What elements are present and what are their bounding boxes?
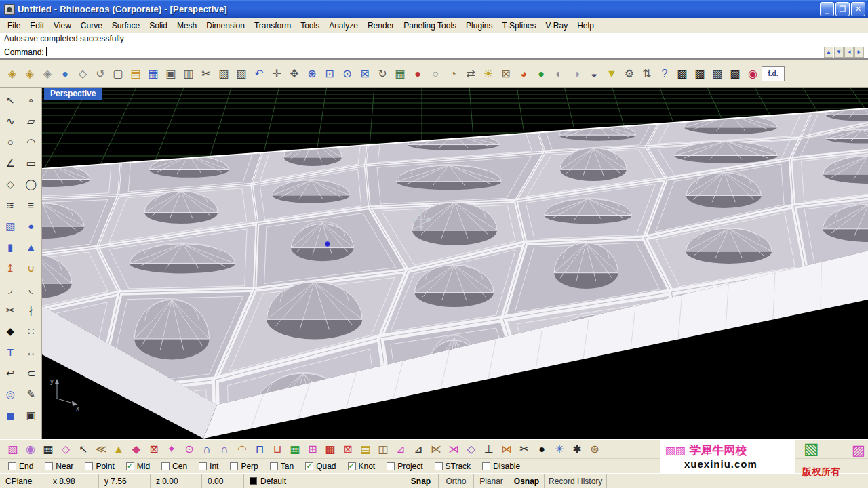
extrude-tool[interactable]: ↥ <box>0 258 21 279</box>
popup-diamond-icon[interactable]: ◇ <box>74 65 92 83</box>
swirl-icon[interactable]: ↺ <box>92 65 109 83</box>
pt-grid-red-icon[interactable]: ▩ <box>321 441 339 458</box>
menu-edit[interactable]: Edit <box>25 19 49 33</box>
checkbox-icon[interactable] <box>8 462 16 470</box>
checkbox-icon[interactable] <box>199 462 207 470</box>
pane-planar[interactable]: Planar <box>474 474 509 488</box>
cylinder-tool[interactable]: ▮ <box>0 237 21 258</box>
pt-channel-icon[interactable]: ⊔ <box>269 441 286 458</box>
osnap-quad[interactable]: Quad <box>305 462 336 471</box>
select-tool[interactable]: ↖ <box>0 89 21 110</box>
checkbox-icon[interactable] <box>126 462 134 470</box>
checkbox-icon[interactable] <box>435 462 443 470</box>
pane-snap[interactable]: Snap <box>403 474 439 488</box>
command-scroll-left[interactable]: ◄ <box>844 47 854 58</box>
paste-button[interactable]: ▨ <box>233 65 250 83</box>
cut-button[interactable]: ✂ <box>197 65 215 83</box>
sphere-tool[interactable]: ● <box>21 216 42 237</box>
rotate-dial-icon[interactable]: ◔ <box>444 65 462 83</box>
pt-red-x-icon[interactable]: ⊠ <box>145 441 163 458</box>
polygon-tool[interactable]: ◇ <box>0 174 21 195</box>
pt-angle-icon[interactable]: ≪ <box>92 441 110 458</box>
export-button[interactable]: ▥ <box>180 65 197 83</box>
menu-plugins[interactable]: Plugins <box>461 19 497 33</box>
undo-button[interactable]: ↶ <box>250 65 268 83</box>
cplane-pane[interactable]: CPlane <box>0 474 47 488</box>
menu-v-ray[interactable]: V-Ray <box>540 19 572 33</box>
checkbox-icon[interactable] <box>161 462 170 470</box>
pane-record-history[interactable]: Record History <box>545 474 607 488</box>
trim-tool[interactable]: ✂ <box>0 300 21 321</box>
panel-layout-tool[interactable]: ▣ <box>21 405 42 426</box>
car-gray-icon[interactable]: ○ <box>427 65 444 83</box>
box-tool[interactable]: ▧ <box>0 216 21 237</box>
checkbox-icon[interactable] <box>348 462 356 470</box>
text-tool[interactable]: T <box>0 342 21 363</box>
viewport-title-tab[interactable]: Perspective <box>44 88 102 100</box>
hook-tool[interactable]: ↩ <box>0 363 21 384</box>
pt-snow-icon[interactable]: ✳ <box>551 441 568 458</box>
polyline-tool[interactable]: ∠ <box>0 152 21 174</box>
pan-view-button[interactable]: ✛ <box>268 65 285 83</box>
dark-panel-3-icon[interactable]: ▩ <box>709 65 726 83</box>
command-line[interactable]: Command: ▲ ▼ ◄ ► <box>0 45 868 60</box>
pane-ortho[interactable]: Ortho <box>439 474 474 488</box>
checkbox-icon[interactable] <box>45 462 53 470</box>
pt-bridge-icon[interactable]: ⊓ <box>251 441 269 458</box>
split-tool[interactable]: ∤ <box>21 300 42 321</box>
popup-main-3-icon[interactable]: ◈ <box>39 65 56 83</box>
gumball-tool[interactable]: ◎ <box>0 384 21 405</box>
help-button[interactable]: ? <box>656 65 673 83</box>
pt-diamond-purple-icon[interactable]: ◇ <box>462 441 480 458</box>
menu-tools[interactable]: Tools <box>296 19 324 33</box>
pt-gear-icon[interactable]: ⊛ <box>586 441 604 458</box>
menu-file[interactable]: File <box>3 19 25 33</box>
open-file-button[interactable]: ▤ <box>127 65 144 83</box>
osnap-perp[interactable]: Perp <box>230 462 258 471</box>
osnap-cen[interactable]: Cen <box>161 462 187 471</box>
ghosted-viewport-button[interactable]: ◑ <box>568 65 585 83</box>
zoom-window-button[interactable]: ⊡ <box>321 65 338 83</box>
pt-sphere-black-icon[interactable]: ● <box>533 441 551 458</box>
pt-cone-icon[interactable]: ▲ <box>110 441 127 458</box>
menu-view[interactable]: View <box>49 19 76 33</box>
pt-diamond-icon[interactable]: ◇ <box>57 441 75 458</box>
ellipse-tool[interactable]: ◯ <box>21 174 42 195</box>
pt-magnet-blue-icon[interactable]: ∩ <box>198 441 216 458</box>
minimize-button[interactable]: _ <box>820 2 834 16</box>
lamp-icon[interactable]: ☀ <box>479 65 497 83</box>
pt-arrow-icon[interactable]: ↖ <box>75 441 92 458</box>
pt-magnet-purple-icon[interactable]: ∩ <box>216 441 233 458</box>
osnap-point[interactable]: Point <box>85 462 114 471</box>
loft-tool[interactable]: ∪ <box>21 258 42 279</box>
zoom-selected-button[interactable]: ⊙ <box>338 65 356 83</box>
pt-anchor-icon[interactable]: ⊥ <box>480 441 498 458</box>
offset-curve-tool[interactable]: ⊂ <box>21 363 42 384</box>
print-button[interactable]: ▣ <box>162 65 180 83</box>
osnap-disable[interactable]: Disable <box>482 462 520 471</box>
fd-logo-icon[interactable]: f.d. <box>762 66 785 81</box>
menu-analyze[interactable]: Analyze <box>324 19 363 33</box>
lock-icon[interactable]: ⊠ <box>497 65 515 83</box>
zoom-in-button[interactable]: ⊕ <box>303 65 321 83</box>
pt-target-icon[interactable]: ⊙ <box>180 441 198 458</box>
perspective-viewport[interactable]: yx Perspective <box>42 88 868 439</box>
menu-paneling-tools[interactable]: Paneling Tools <box>399 19 461 33</box>
popup-main-1-icon[interactable]: ◈ <box>3 65 21 83</box>
checkbox-icon[interactable] <box>230 462 238 470</box>
copy-arrows-icon[interactable]: ⇄ <box>462 65 479 83</box>
osnap-end[interactable]: End <box>8 462 33 471</box>
helix-tool[interactable]: ≋ <box>0 195 21 216</box>
vray-ball-icon[interactable]: ◉ <box>744 65 762 83</box>
menu-render[interactable]: Render <box>363 19 399 33</box>
osnap-project[interactable]: Project <box>387 462 422 471</box>
dark-panel-1-icon[interactable]: ▩ <box>673 65 691 83</box>
checkbox-icon[interactable] <box>85 462 93 470</box>
copy-button[interactable]: ▧ <box>215 65 233 83</box>
pane-osnap[interactable]: Osnap <box>509 474 545 488</box>
checkbox-icon[interactable] <box>270 462 278 470</box>
pt-cols-icon[interactable]: ◫ <box>374 441 392 458</box>
pt-aster-icon[interactable]: ✱ <box>568 441 586 458</box>
pt-grid-plus-icon[interactable]: ⊞ <box>304 441 321 458</box>
pt-bowtie-left-icon[interactable]: ⋉ <box>427 441 445 458</box>
